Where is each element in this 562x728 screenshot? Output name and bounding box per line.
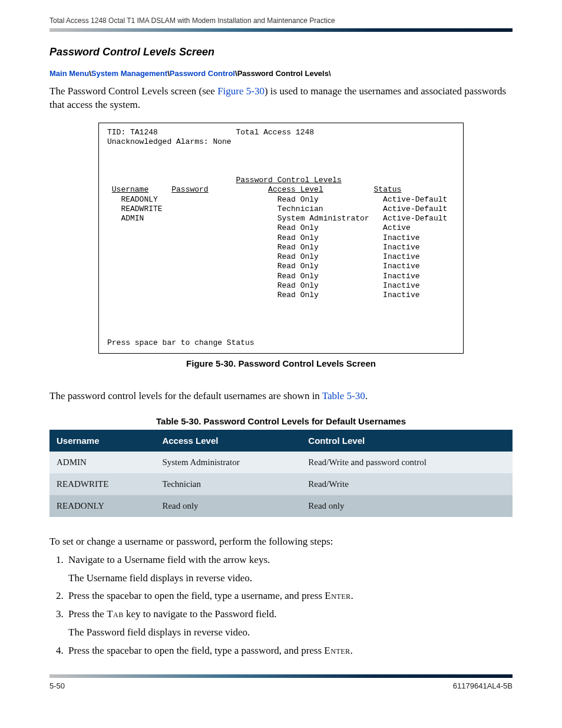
keycap: Tab (107, 608, 124, 620)
cell-access: Read only (155, 495, 301, 517)
terminal-screen: TID: TA1248 Total Access 1248 Unacknowle… (98, 123, 464, 354)
mid-pre: The password control levels for the defa… (49, 390, 322, 401)
page-footer: 5-50 61179641AL4-5B (49, 681, 513, 690)
cell-access: Technician (155, 473, 301, 495)
list-item: Press the spacebar to open the field, ty… (66, 644, 513, 658)
cell-control: Read only (301, 495, 513, 517)
cell-username: READWRITE (49, 473, 155, 495)
page-number: 5-50 (49, 681, 65, 690)
table-row: READONLYRead onlyRead only (49, 495, 513, 517)
cell-username: READONLY (49, 495, 155, 517)
list-item: Navigate to a Username field with the ar… (66, 554, 513, 585)
intro-paragraph: The Password Control Levels screen (see … (49, 85, 513, 112)
step-subtext: The Username field displays in reverse v… (68, 572, 513, 585)
intro-pre: The Password Control Levels screen (see (49, 85, 217, 97)
keycap: Enter (324, 645, 350, 656)
list-item: Press the spacebar to open the field, ty… (66, 589, 513, 603)
th-access: Access Level (155, 430, 301, 452)
cell-username: ADMIN (49, 452, 155, 473)
th-username: Username (49, 430, 155, 452)
default-usernames-table: Username Access Level Control Level ADMI… (49, 430, 513, 517)
steps-list: Navigate to a Username field with the ar… (49, 554, 513, 658)
list-item: Press the Tab key to navigate to the Pas… (66, 608, 513, 640)
running-header: Total Access 1248 Octal T1 IMA DSLAM wit… (49, 17, 513, 25)
header-rule (49, 28, 513, 32)
mid-post: . (365, 390, 368, 401)
cell-control: Read/Write (301, 473, 513, 495)
breadcrumb-current: Password Control Levels (237, 69, 329, 78)
table-title: Table 5-30. Password Control Levels for … (49, 416, 513, 426)
breadcrumb-link[interactable]: Password Control (170, 69, 235, 78)
step-subtext: The Password field displays in reverse v… (68, 626, 513, 640)
breadcrumb: Main Menu\System Management\Password Con… (49, 69, 513, 78)
th-control: Control Level (301, 430, 513, 452)
figure-xref[interactable]: Figure 5-30 (217, 85, 265, 97)
section-title: Password Control Levels Screen (49, 46, 513, 58)
figure-caption: Figure 5-30. Password Control Levels Scr… (49, 358, 513, 368)
table-row: ADMINSystem AdministratorRead/Write and … (49, 452, 513, 473)
breadcrumb-link[interactable]: Main Menu (49, 69, 89, 78)
breadcrumb-link[interactable]: System Management (91, 69, 167, 78)
mid-paragraph: The password control levels for the defa… (49, 390, 513, 403)
steps-intro: To set or change a username or password,… (49, 536, 513, 548)
table-row: READWRITETechnicianRead/Write (49, 473, 513, 495)
cell-access: System Administrator (155, 452, 301, 473)
table-xref[interactable]: Table 5-30 (322, 390, 365, 401)
keycap: Enter (325, 590, 351, 601)
breadcrumb-separator: \ (329, 69, 331, 78)
doc-number: 61179641AL4-5B (453, 681, 513, 690)
footer-rule (49, 674, 513, 678)
cell-control: Read/Write and password control (301, 452, 513, 473)
